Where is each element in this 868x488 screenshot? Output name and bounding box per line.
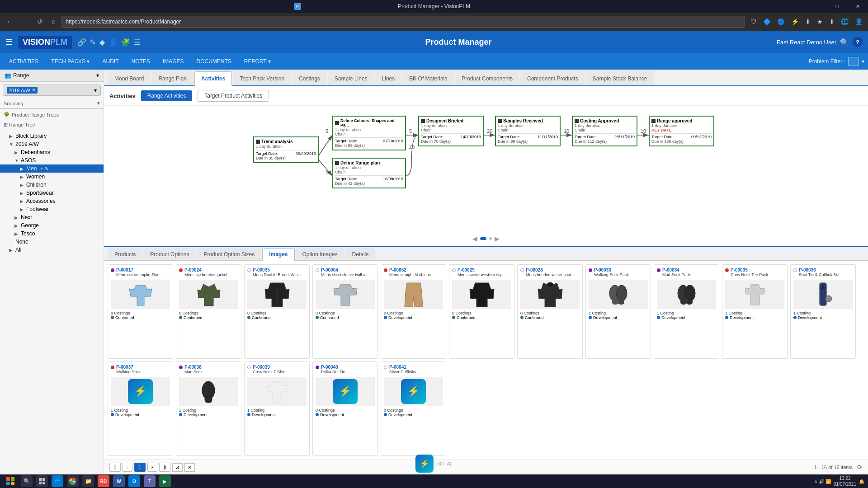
tree-asos[interactable]: ▼ ASOS [0,156,104,164]
download-icon2[interactable]: ⬇ [827,16,836,27]
tab-tech-pack-version[interactable]: Tech Pack Version [233,71,291,85]
page-last-btn[interactable]: ⟫ [159,463,170,472]
product-card-p00017[interactable]: P-00017 Mens cotton poplin Slim... 8 Cos… [108,264,173,359]
product-card-p00039[interactable]: P-00039 Crew Neck T Shirt 1 Costing Deve… [244,361,310,456]
nav-images[interactable]: IMAGES [157,56,189,67]
puzzle-icon[interactable]: 🧩 [121,38,130,47]
tree-edit-icon[interactable]: ✎ [45,166,48,171]
nav-tech-packs[interactable]: TECH PACKS [46,56,95,67]
tree-none[interactable]: None [0,238,104,246]
link-icon[interactable]: 🔗 [77,38,86,47]
bottom-tab-details[interactable]: Details [345,248,376,260]
extension-icon1[interactable]: 🔷 [761,16,773,27]
taskbar-teams-icon[interactable]: T [144,475,156,487]
back-btn[interactable]: ← [4,16,15,27]
taskbar-rd-icon[interactable]: RD [98,475,109,487]
taskbar-edge-icon[interactable] [52,475,63,487]
taskbar-outlook-icon[interactable]: O [128,475,140,487]
taskbar-app-icon[interactable]: ▶ [159,475,171,487]
bottom-tab-option-images[interactable]: Option Images [296,248,344,260]
tree-block-library[interactable]: ▶ Block Library [0,132,104,140]
node-designed-briefed[interactable]: Designed Briefed 1 day duration Chain Ta… [418,116,484,146]
tree-all[interactable]: ▶ All [0,246,104,254]
product-card-p00038[interactable]: P-00038 Marl Sock 1 Costing Development [176,361,241,456]
tree-debenhams[interactable]: ▶ Debenhams [0,148,104,156]
sidebar-settings-icon[interactable]: ▾ [96,72,99,79]
product-card-p00037[interactable]: P-00037 Walking Sock ⚡ 1 Costing Develop… [108,361,173,456]
node-define-range[interactable]: Define Range plan 1 day duration Chain T… [332,158,406,188]
earth-icon[interactable]: 🌐 [839,16,850,27]
bottom-tab-images[interactable]: Images [262,248,294,261]
start-button[interactable] [4,474,17,488]
maximize-btn[interactable]: □ [826,0,847,13]
remove-tag-icon[interactable]: ✕ [32,87,36,93]
header-search-icon[interactable]: 🔍 [840,38,849,47]
range-activities-btn[interactable]: Range Activities [141,90,192,101]
notification-icon[interactable]: 🔔 [859,479,864,484]
nav-report[interactable]: REPORT [239,56,276,67]
product-card-p00035b[interactable]: P-00035 Crew Neck Tee Pack 1 Costing Dev… [722,264,788,359]
user-avatar[interactable]: 👤 [853,16,864,27]
person-icon[interactable]: 👤 [108,38,118,47]
product-card-p00004[interactable]: P-00004 Mens short sleeve twill s... 0 C… [312,264,378,359]
node-range-approved[interactable]: Range approved 1 day duration KEY DATE T… [649,116,714,146]
filter-icon[interactable]: ⚡ [789,16,801,27]
tree-next[interactable]: ▶ Next [0,213,104,221]
tab-costings[interactable]: Costings [292,71,327,85]
product-card-p00036[interactable]: P-00036 Shirt Tie & Cufflink Set 1 Costi… [790,264,856,359]
tree-add-icon[interactable]: + [40,166,43,171]
nav-activities[interactable]: ACTIVITIES [4,56,44,67]
product-card-p00028[interactable]: P-00028 Mens hooded winter coat 0 Costin… [517,264,583,359]
extension-icon2[interactable]: 🔵 [775,16,787,27]
sourcing-dropdown[interactable]: ▾ [97,100,100,106]
filter-funnel-btn[interactable]: ⊿ [172,463,183,472]
task-view-icon[interactable] [36,475,48,487]
tab-range-plan[interactable]: Range Plan [151,71,193,85]
page-next-btn[interactable]: › [147,463,157,472]
product-card-p00034[interactable]: P-00034 Marl Sock Pack 1 Costing Develop… [654,264,719,359]
home-btn[interactable]: ⌂ [49,16,58,27]
star-icon[interactable]: ★ [815,16,825,27]
range-filter-tag[interactable]: 2019 A/W ✕ [7,87,38,94]
tree-george[interactable]: ▶ George [0,221,104,230]
tab-product-components[interactable]: Product Components [455,71,519,85]
url-box[interactable]: https://model3.fastreactcs.com/ProductMa… [61,16,745,28]
nav-notes[interactable]: NOTES [126,56,155,67]
bottom-tab-product-option-sizes[interactable]: Product Option Sizes [197,248,261,260]
tree-sportswear[interactable]: ▶ Sportswear [0,189,104,197]
tab-sample-stock-balance[interactable]: Sample Stock Balance [586,71,654,85]
product-card-p00029[interactable]: P-00029 Mens suede western sty... 0 Cost… [449,264,514,359]
close-btn[interactable]: ✕ [847,0,868,13]
tree-women[interactable]: ▶ Women [0,173,104,181]
tab-lines[interactable]: Lines [375,71,402,85]
product-card-p00041[interactable]: P-00041 Silver Cufflinks ⚡ 0 Costings De… [381,361,446,456]
download-icon[interactable]: ⬇ [803,16,812,27]
search-taskbar-icon[interactable]: 🔍 [21,475,33,487]
refresh-btn[interactable]: ↺ [34,16,45,27]
product-card-p00024[interactable]: P-00024 Mens zip bomber jacket 0 Costing… [176,264,241,359]
tab-sample-lines[interactable]: Sample Lines [328,71,374,85]
node-samples-received[interactable]: Samples Received 1 day duration Chain Ta… [495,116,561,146]
forward-btn[interactable]: → [19,16,31,27]
problem-filter-checkbox[interactable] [848,57,859,66]
node-define-colours[interactable]: Define Colours, Shapes and Pa... 1 day d… [332,116,406,150]
tree-footwear[interactable]: ▶ Footwear [0,205,104,213]
tree-2019aw[interactable]: ▼ 2019 A/W [0,140,104,148]
diagram-next[interactable]: ▶ [495,235,500,242]
page-prev-btn[interactable]: ‹ [123,463,132,472]
bottom-tab-products[interactable]: Products [108,248,142,260]
taskbar-explorer-icon[interactable]: 📁 [82,475,94,487]
range-dropdown-icon[interactable]: ▾ [94,87,97,94]
node-trend-analysis[interactable]: Trend analysis 1 day duration Target Dat… [253,136,319,163]
product-card-p00035[interactable]: P-00035 Mens Double Breast Win... 0 Cost… [244,264,310,359]
node-costing-approved[interactable]: Costing Approved 1 day duration Chain Ta… [572,116,637,146]
page-first-btn[interactable]: ⟪ [109,463,121,472]
target-product-activities-btn[interactable]: Target Product Activities [198,90,269,102]
tab-mood-board[interactable]: Mood Board [108,71,151,85]
list-icon[interactable]: ☰ [134,38,140,47]
help-icon[interactable]: ? [853,37,863,47]
tree-accessories[interactable]: ▶ Accessories [0,197,104,205]
filter-clear-btn[interactable]: ✕ [184,463,195,472]
filter-dropdown[interactable]: ▾ [862,58,864,65]
taskbar-chrome-icon[interactable] [67,475,79,487]
